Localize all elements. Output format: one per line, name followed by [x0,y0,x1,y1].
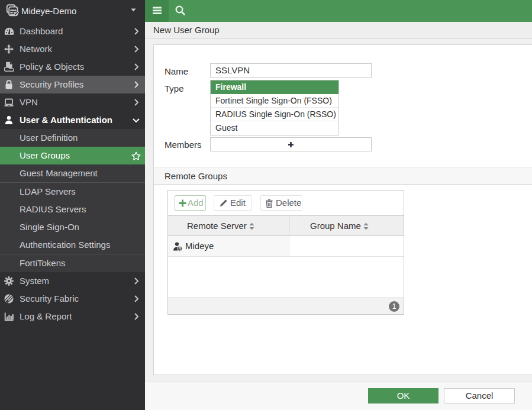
svg-text:R: R [179,247,182,250]
